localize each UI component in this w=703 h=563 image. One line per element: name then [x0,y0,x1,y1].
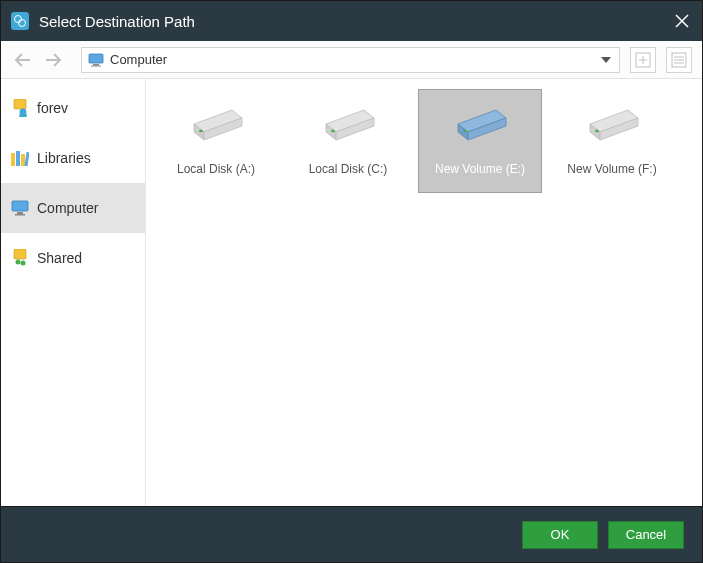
path-bar[interactable]: Computer [81,47,620,73]
drive-label: Local Disk (C:) [309,162,388,176]
cancel-button[interactable]: Cancel [608,521,684,549]
svg-rect-24 [15,214,25,216]
sidebar-item-label: Shared [37,250,82,266]
path-text: Computer [110,52,593,67]
sidebar-item-shared[interactable]: Shared [1,233,145,283]
svg-point-43 [595,130,599,132]
svg-marker-7 [601,57,611,63]
svg-rect-23 [17,212,23,214]
view-button[interactable] [666,47,692,73]
svg-rect-6 [91,65,101,66]
disk-icon [320,102,376,144]
drive-c[interactable]: Local Disk (C:) [286,89,410,193]
shared-icon [11,249,29,267]
disk-icon [584,102,640,144]
drive-a[interactable]: Local Disk (A:) [154,89,278,193]
computer-icon [11,199,29,217]
libraries-icon [11,149,29,167]
nav-arrows [11,48,65,72]
dialog-window: Select Destination Path Computer [0,0,703,563]
close-icon [675,14,689,28]
svg-rect-25 [14,249,26,259]
svg-rect-20 [21,154,25,166]
footer: OK Cancel [1,507,702,562]
svg-point-31 [199,130,203,132]
drive-f[interactable]: New Volume (F:) [550,89,674,193]
close-button[interactable] [672,11,692,31]
sidebar-item-libraries[interactable]: Libraries [1,133,145,183]
plus-box-icon [635,52,651,68]
disk-icon [452,102,508,144]
svg-rect-18 [11,153,15,166]
chevron-down-icon [601,57,611,63]
user-icon [11,99,29,117]
drive-label: New Volume (F:) [567,162,656,176]
svg-rect-21 [25,152,29,166]
svg-point-39 [463,130,467,132]
svg-rect-17 [19,114,27,117]
sidebar-item-forev[interactable]: forev [1,83,145,133]
drive-label: New Volume (E:) [435,162,525,176]
forward-icon [43,50,63,70]
sidebar-item-computer[interactable]: Computer [1,183,145,233]
new-folder-button[interactable] [630,47,656,73]
back-icon [13,50,33,70]
list-view-icon [671,52,687,68]
back-button[interactable] [11,48,35,72]
sidebar-item-label: forev [37,100,68,116]
svg-rect-15 [14,99,26,109]
sidebar-item-label: Libraries [37,150,91,166]
app-icon [11,12,29,30]
svg-rect-5 [93,64,99,66]
svg-point-35 [331,130,335,132]
toolbar: Computer [1,41,702,79]
svg-rect-4 [89,54,103,63]
content: forev Libraries Computer Shared [1,79,702,507]
disk-icon [188,102,244,144]
svg-point-26 [16,260,21,265]
svg-rect-19 [16,151,20,166]
drive-e[interactable]: New Volume (E:) [418,89,542,193]
sidebar: forev Libraries Computer Shared [1,79,146,506]
computer-icon [88,53,104,67]
main-pane: Local Disk (A:) Local Disk (C:) [146,79,702,506]
drive-label: Local Disk (A:) [177,162,255,176]
window-title: Select Destination Path [39,13,672,30]
svg-point-27 [21,261,26,266]
ok-button[interactable]: OK [522,521,598,549]
sidebar-item-label: Computer [37,200,98,216]
path-dropdown[interactable] [599,57,613,63]
titlebar: Select Destination Path [1,1,702,41]
forward-button[interactable] [41,48,65,72]
svg-rect-22 [12,201,28,211]
